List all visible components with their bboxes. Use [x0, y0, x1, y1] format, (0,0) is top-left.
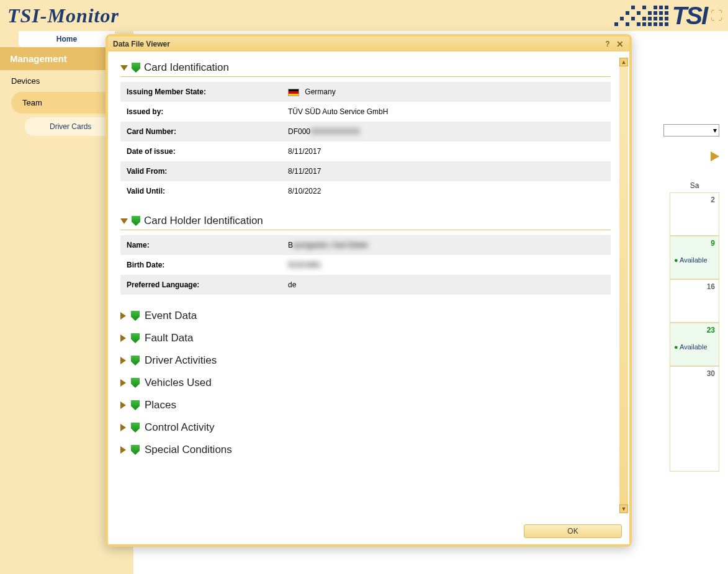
section-title: Special Conditions	[145, 444, 232, 456]
field-label: Issuing Member State:	[120, 82, 282, 102]
shield-icon	[131, 378, 140, 388]
shield-icon	[131, 311, 140, 321]
calendar-day-number: 9	[674, 239, 715, 248]
field-value: TÜV SÜD Auto Service GmbH	[282, 102, 611, 122]
scroll-up-button[interactable]: ▲	[619, 58, 628, 66]
flag-de-icon	[288, 89, 299, 96]
table-row: Preferred Language: de	[120, 275, 611, 295]
field-label: Valid Until:	[120, 181, 282, 201]
field-label: Date of issue:	[120, 141, 282, 161]
expand-icon[interactable]: ⛶	[711, 9, 723, 23]
section-header[interactable]: Card Identification	[120, 58, 611, 77]
section-vehicles-used[interactable]: Vehicles Used	[120, 372, 611, 394]
section-title: Card Holder Identification	[144, 215, 263, 227]
section-control-activity[interactable]: Control Activity	[120, 416, 611, 439]
section-title: Fault Data	[145, 332, 193, 344]
calendar-select[interactable]: ▾	[663, 124, 719, 137]
calendar-cell[interactable]: 23 Available	[670, 323, 719, 366]
table-row: Card Number: DF000XXXXXXXXXX	[120, 122, 611, 141]
card-holder-table: Name: Baumgarten, Karl-Dieter Birth Date…	[120, 235, 611, 295]
field-value: Germany	[282, 82, 611, 102]
dialog-titlebar[interactable]: Data File Viewer ? ✕	[108, 37, 629, 52]
calendar-day-number: 16	[674, 282, 715, 291]
shield-icon	[131, 333, 140, 343]
calendar-available-label: Available	[674, 343, 715, 351]
calendar-day-header: Sa	[670, 177, 719, 194]
collapsed-sections: Event Data Fault Data Driver Activities …	[120, 305, 611, 461]
table-row: Name: Baumgarten, Karl-Dieter	[120, 235, 611, 255]
shield-icon	[132, 63, 140, 73]
shield-icon	[131, 400, 140, 410]
expand-triangle-icon	[120, 312, 126, 320]
calendar-next-arrow[interactable]	[711, 151, 719, 161]
calendar-available-label: Available	[674, 256, 715, 264]
section-title: Card Identification	[144, 61, 229, 74]
tab-home[interactable]: Home	[19, 31, 115, 47]
calendar-day-number: 2	[674, 195, 715, 204]
field-label: Name:	[120, 235, 282, 255]
calendar-day-number: 30	[674, 369, 715, 378]
help-icon[interactable]: ?	[603, 40, 612, 48]
section-title: Driver Activities	[145, 354, 217, 367]
calendar-day-number: 23	[674, 326, 715, 334]
section-card-identification: Card Identification Issuing Member State…	[120, 58, 611, 201]
section-special-conditions[interactable]: Special Conditions	[120, 439, 611, 461]
section-card-holder-identification: Card Holder Identification Name: Baumgar…	[120, 211, 611, 295]
close-icon[interactable]: ✕	[616, 40, 624, 48]
expand-triangle-icon	[120, 379, 126, 387]
table-row: Valid Until: 8/10/2022	[120, 181, 611, 201]
field-label: Preferred Language:	[120, 275, 282, 295]
table-row: Date of issue: 8/11/2017	[120, 141, 611, 161]
logo-brand: TSI	[672, 2, 707, 30]
table-row: Valid From: 8/11/2017	[120, 161, 611, 181]
shield-icon	[132, 216, 140, 226]
section-driver-activities[interactable]: Driver Activities	[120, 349, 611, 372]
collapse-triangle-icon	[120, 65, 128, 71]
expand-triangle-icon	[120, 424, 126, 431]
section-places[interactable]: Places	[120, 394, 611, 416]
calendar-cell[interactable]: 9 Available	[670, 236, 719, 279]
expand-triangle-icon	[120, 446, 126, 454]
card-identification-table: Issuing Member State: Germany Issued by:…	[120, 82, 611, 201]
app-title: TSI-Monitor	[0, 4, 119, 27]
section-fault-data[interactable]: Fault Data	[120, 327, 611, 349]
section-header[interactable]: Card Holder Identification	[120, 211, 611, 230]
field-label: Card Number:	[120, 122, 282, 141]
shield-icon	[131, 445, 140, 455]
app-header: TSI-Monitor TSI ⛶	[0, 0, 728, 31]
field-value: 8/11/2017	[282, 141, 611, 161]
logo-right: TSI ⛶	[614, 2, 728, 30]
table-row: Birth Date: 5/23/1961	[120, 255, 611, 275]
data-file-viewer-dialog: Data File Viewer ? ✕ ▲ ▼ Card Identifica…	[106, 34, 632, 547]
scrollbar-track[interactable]: ▲ ▼	[619, 58, 628, 513]
table-row: Issuing Member State: Germany	[120, 82, 611, 102]
expand-triangle-icon	[120, 357, 126, 364]
calendar-cell[interactable]: 16	[670, 279, 719, 323]
field-value: 8/10/2022	[282, 181, 611, 201]
table-row: Issued by: TÜV SÜD Auto Service GmbH	[120, 102, 611, 122]
calendar-cell[interactable]: 2	[670, 192, 719, 236]
field-value: 5/23/1961	[282, 255, 611, 275]
field-value: Baumgarten, Karl-Dieter	[282, 235, 611, 255]
sidebar-subitem-driver-cards[interactable]: Driver Cards	[25, 117, 115, 136]
expand-triangle-icon	[120, 334, 126, 342]
field-label: Issued by:	[120, 102, 282, 122]
field-value: DF000XXXXXXXXXX	[282, 122, 611, 141]
field-value: 8/11/2017	[282, 161, 611, 181]
field-label: Birth Date:	[120, 255, 282, 275]
ok-button[interactable]: OK	[524, 524, 622, 538]
expand-triangle-icon	[120, 401, 126, 409]
field-value: de	[282, 275, 611, 295]
section-event-data[interactable]: Event Data	[120, 305, 611, 327]
section-title: Control Activity	[145, 421, 214, 434]
field-label: Valid From:	[120, 161, 282, 181]
dialog-title-text: Data File Viewer	[113, 40, 170, 48]
shield-icon	[131, 356, 140, 365]
shield-icon	[131, 423, 140, 433]
collapse-triangle-icon	[120, 218, 128, 224]
section-title: Places	[145, 399, 176, 411]
section-title: Vehicles Used	[145, 377, 212, 389]
calendar-cell[interactable]: 30	[670, 366, 719, 472]
dialog-footer: OK	[108, 519, 629, 544]
scroll-down-button[interactable]: ▼	[619, 504, 628, 513]
